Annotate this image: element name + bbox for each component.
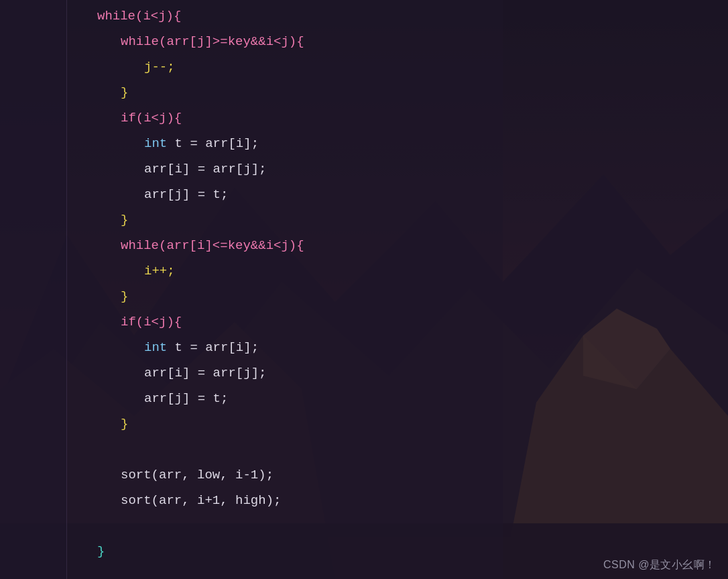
code-content-area: while(i<j){while(arr[j]>=key&&i<j){j--;}…: [67, 0, 728, 579]
code-line: sort(arr, low, i-1);: [74, 466, 728, 491]
code-token: i++;: [144, 262, 175, 281]
code-line: if(i<j){: [74, 313, 728, 338]
code-line: int t = arr[i];: [74, 134, 728, 160]
code-token: while(i<j){: [97, 7, 181, 26]
code-line: while(i<j){: [74, 7, 728, 32]
code-token: arr[i] = arr[j];: [144, 364, 266, 383]
code-token: j--;: [144, 58, 175, 77]
code-token: arr[j] = t;: [144, 389, 228, 409]
code-token: arr[i] = arr[j];: [144, 160, 266, 179]
code-line: arr[j] = t;: [74, 389, 728, 415]
code-line: arr[i] = arr[j];: [74, 160, 728, 185]
code-token: if(i<j){: [121, 313, 182, 332]
code-line: }: [74, 211, 728, 236]
code-line: i++;: [74, 262, 728, 287]
code-line: }: [74, 83, 728, 109]
code-token: }: [121, 211, 128, 230]
code-line: j--;: [74, 58, 728, 83]
code-token: arr[j] = t;: [144, 185, 228, 205]
code-token: sort(arr, i+1, high);: [121, 491, 281, 511]
code-token: }: [121, 415, 128, 434]
watermark: CSDN @是文小幺啊！: [603, 558, 716, 572]
code-token: if(i<j){: [121, 109, 182, 128]
code-line: }: [74, 287, 728, 313]
code-token: sort(arr, low, i-1);: [121, 466, 274, 485]
code-token: }: [97, 542, 105, 562]
code-line: if(i<j){: [74, 109, 728, 134]
code-line: sort(arr, i+1, high);: [74, 491, 728, 517]
code-block: while(i<j){while(arr[j]>=key&&i<j){j--;}…: [67, 0, 728, 574]
code-line: }: [74, 415, 728, 440]
code-line: while(arr[i]<=key&&i<j){: [74, 236, 728, 262]
code-editor: while(i<j){while(arr[j]>=key&&i<j){j--;}…: [0, 0, 728, 579]
code-line: int t = arr[i];: [74, 338, 728, 364]
code-token: int: [144, 134, 175, 154]
code-token: int: [144, 338, 175, 358]
code-line: while(arr[j]>=key&&i<j){: [74, 32, 728, 58]
code-token: while(arr[i]<=key&&i<j){: [121, 236, 304, 256]
left-sidebar: [0, 0, 67, 579]
code-line: [74, 440, 728, 466]
code-line: arr[j] = t;: [74, 185, 728, 211]
code-token: t = arr[i];: [175, 338, 259, 358]
code-line: arr[i] = arr[j];: [74, 364, 728, 389]
code-token: }: [121, 287, 128, 307]
code-token: t = arr[i];: [175, 134, 259, 154]
code-token: while(arr[j]>=key&&i<j){: [121, 32, 304, 52]
code-line: [74, 517, 728, 542]
code-token: }: [121, 83, 128, 103]
